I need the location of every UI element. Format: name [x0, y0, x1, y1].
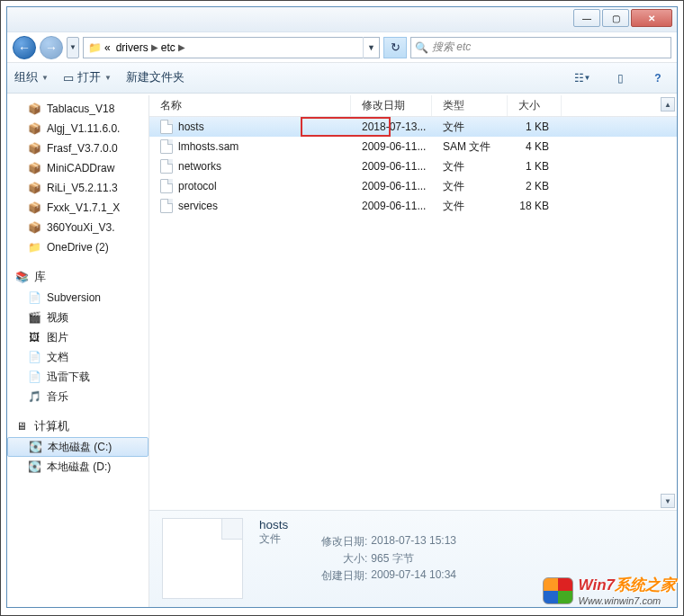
file-size: 2 KB: [508, 180, 562, 192]
col-date[interactable]: 修改日期: [351, 95, 432, 116]
refresh-button[interactable]: ↻: [383, 37, 407, 58]
file-type: SAM 文件: [432, 139, 508, 155]
item-icon: 📄: [27, 370, 41, 384]
item-label: 本地磁盘 (C:): [48, 440, 112, 455]
file-row[interactable]: protocol2009-06-11...文件2 KB: [149, 176, 677, 196]
col-type[interactable]: 类型: [432, 95, 508, 116]
sidebar-item[interactable]: 💽本地磁盘 (D:): [7, 457, 148, 477]
sidebar-item[interactable]: 🎵音乐: [7, 387, 148, 406]
file-name: protocol: [178, 180, 217, 192]
item-icon: 📦: [27, 121, 41, 136]
sidebar-group-libraries[interactable]: 📚库: [7, 266, 148, 288]
minimize-button[interactable]: —: [573, 9, 600, 27]
file-row[interactable]: services2009-06-11...文件18 KB: [149, 196, 677, 216]
sidebar-item[interactable]: 📄Subversion: [7, 288, 148, 308]
file-row[interactable]: hosts2018-07-13...文件1 KB: [149, 117, 677, 137]
watermark-title: Win7系统之家: [579, 575, 676, 595]
forward-button[interactable]: →: [40, 36, 63, 59]
file-type: 文件: [432, 199, 508, 214]
search-placeholder: 搜索 etc: [432, 40, 471, 55]
window-inner: — ▢ ✕ ← → ▼ 📁 « drivers ▶ etc ▶ ▼ ↻ 🔍 搜索…: [6, 6, 678, 608]
breadcrumb-sep-icon[interactable]: ▶: [178, 42, 185, 52]
item-label: MiniCADDraw: [47, 162, 114, 174]
item-icon: 📦: [27, 220, 41, 235]
col-name[interactable]: 名称: [149, 95, 351, 116]
item-label: Subversion: [47, 291, 101, 304]
file-row[interactable]: lmhosts.sam2009-06-11...SAM 文件4 KB: [149, 137, 677, 156]
file-date: 2009-06-11...: [351, 140, 432, 153]
sidebar-item[interactable]: 📦Frasf_V3.7.0.0: [7, 138, 148, 158]
help-button[interactable]: ?: [646, 68, 670, 88]
item-label: Algj_V1.11.6.0.: [47, 122, 120, 135]
item-label: 360YouXi_V3.: [47, 221, 115, 234]
item-icon: 💽: [27, 460, 41, 474]
sidebar-item[interactable]: 📄迅雷下载: [7, 367, 148, 387]
details-size: 965 字节: [371, 551, 413, 567]
view-options-button[interactable]: ☷ ▼: [571, 68, 594, 88]
toolbar: 组织 ▼ ▭ 打开 ▼ 新建文件夹 ☷ ▼ ▯ ?: [7, 63, 677, 94]
maximize-button[interactable]: ▢: [602, 9, 629, 27]
sidebar-item[interactable]: 📦RiLi_V5.2.11.3: [7, 178, 148, 198]
file-date: 2009-06-11...: [351, 180, 432, 192]
col-size[interactable]: 大小: [508, 95, 562, 116]
details-created: 2009-07-14 10:34: [371, 568, 456, 584]
organize-menu[interactable]: 组织 ▼: [14, 70, 49, 85]
item-label: 图片: [47, 330, 68, 345]
details-label-size: 大小:: [317, 551, 367, 567]
nav-history-dropdown[interactable]: ▼: [67, 37, 79, 58]
breadcrumb-sep-icon[interactable]: ▶: [151, 42, 158, 52]
file-icon: [160, 120, 173, 134]
item-label: 本地磁盘 (D:): [47, 460, 111, 475]
close-button[interactable]: ✕: [631, 9, 672, 27]
breadcrumb-seg[interactable]: drivers: [113, 41, 151, 54]
back-button[interactable]: ←: [13, 36, 36, 59]
window-frame: — ▢ ✕ ← → ▼ 📁 « drivers ▶ etc ▶ ▼ ↻ 🔍 搜索…: [0, 0, 684, 616]
sidebar-item[interactable]: 💽本地磁盘 (C:): [7, 437, 148, 457]
item-icon: 🎵: [27, 389, 41, 404]
address-dropdown[interactable]: ▼: [363, 37, 379, 58]
file-icon: [160, 159, 173, 174]
sidebar-item[interactable]: 📄文档: [7, 347, 148, 367]
computer-icon: 🖥: [14, 419, 29, 433]
item-icon: 📦: [27, 141, 41, 156]
address-bar[interactable]: 📁 « drivers ▶ etc ▶ ▼: [83, 37, 380, 58]
sidebar-item[interactable]: 📦Tablacus_V18: [7, 99, 148, 119]
item-label: Fxxk_V1.7.1_X: [47, 201, 120, 214]
file-row[interactable]: networks2009-06-11...文件1 KB: [149, 156, 677, 176]
sidebar-item[interactable]: 🖼图片: [7, 327, 148, 347]
new-folder-button[interactable]: 新建文件夹: [126, 70, 184, 85]
breadcrumb-prefix[interactable]: «: [102, 41, 113, 54]
titlebar: — ▢ ✕: [7, 7, 677, 32]
navbar: ← → ▼ 📁 « drivers ▶ etc ▶ ▼ ↻ 🔍 搜索 etc: [7, 32, 677, 63]
details-filename: hosts: [259, 518, 288, 531]
open-icon: ▭: [63, 71, 74, 85]
open-button[interactable]: ▭ 打开 ▼: [63, 70, 112, 85]
preview-pane-button[interactable]: ▯: [608, 68, 632, 88]
item-icon: 📦: [27, 201, 41, 215]
item-label: Frasf_V3.7.0.0: [47, 142, 118, 155]
item-icon: 🖼: [27, 330, 41, 344]
search-input[interactable]: 🔍 搜索 etc: [410, 37, 671, 58]
item-icon: 📦: [27, 102, 41, 116]
file-thumbnail: [162, 518, 243, 599]
sidebar-item[interactable]: 📦360YouXi_V3.: [7, 218, 148, 237]
sidebar-item[interactable]: 📦Algj_V1.11.6.0.: [7, 119, 148, 138]
watermark-logo-icon: [543, 577, 573, 604]
sidebar-item[interactable]: 🎬视频: [7, 308, 148, 327]
sidebar-item[interactable]: 📦Fxxk_V1.7.1_X: [7, 198, 148, 218]
file-size: 4 KB: [508, 140, 562, 153]
sidebar-item[interactable]: 📁OneDrive (2): [7, 237, 148, 257]
file-name: hosts: [178, 121, 204, 133]
breadcrumb-seg[interactable]: etc: [158, 41, 178, 54]
file-rows: hosts2018-07-13...文件1 KBlmhosts.sam2009-…: [149, 117, 677, 216]
item-label: OneDrive (2): [47, 241, 109, 254]
watermark-url: Www.winwin7.com: [579, 595, 676, 606]
item-icon: 🎬: [27, 310, 41, 325]
file-icon: [160, 199, 173, 213]
item-label: 视频: [47, 310, 68, 326]
file-icon: [160, 179, 173, 193]
item-label: Tablacus_V18: [47, 103, 114, 115]
sidebar-item[interactable]: 📦MiniCADDraw: [7, 158, 148, 178]
file-type: 文件: [432, 159, 508, 174]
sidebar-group-computer[interactable]: 🖥计算机: [7, 415, 148, 437]
